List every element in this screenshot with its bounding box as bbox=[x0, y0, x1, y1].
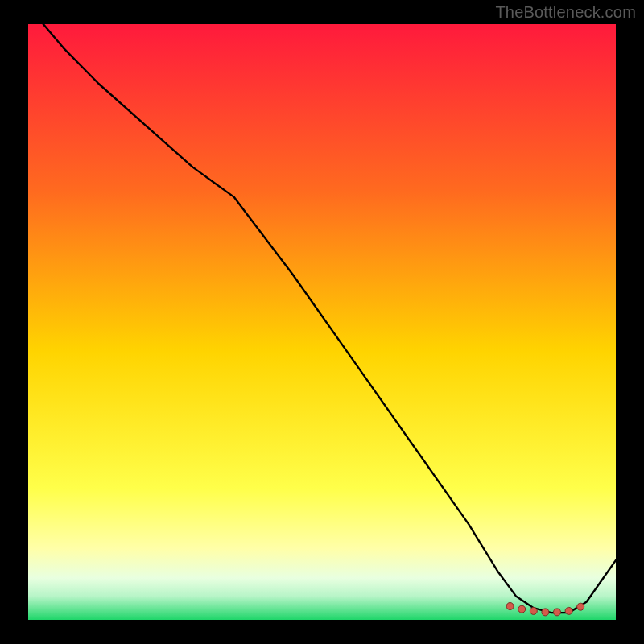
optimal-marker bbox=[518, 605, 526, 613]
plot-area bbox=[28, 24, 616, 620]
optimal-marker bbox=[554, 609, 561, 616]
gradient-background bbox=[28, 24, 616, 620]
optimal-marker bbox=[542, 609, 549, 616]
watermark-text: TheBottleneck.com bbox=[495, 3, 636, 22]
chart-frame: TheBottleneck.com bbox=[0, 0, 644, 644]
optimal-marker bbox=[530, 607, 537, 614]
bottleneck-chart bbox=[28, 24, 616, 620]
optimal-marker bbox=[506, 603, 514, 610]
optimal-marker bbox=[565, 607, 572, 614]
optimal-marker bbox=[577, 603, 584, 610]
